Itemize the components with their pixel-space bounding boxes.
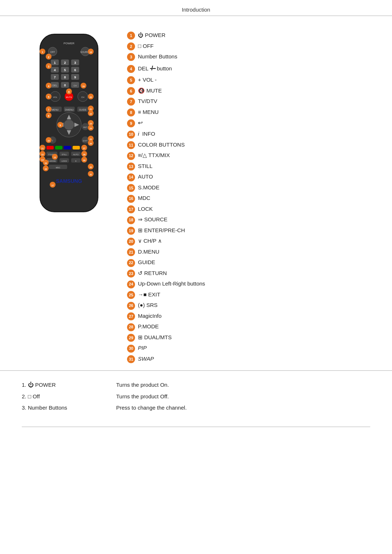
legend-item: 20∨ CH/P ∧ (127, 236, 370, 246)
legend-number: 21 (127, 248, 135, 256)
svg-text:1: 1 (42, 51, 43, 53)
legend-item: 10i INFO (127, 129, 370, 139)
svg-text:AUTO: AUTO (73, 153, 79, 156)
legend-text: GUIDE (138, 258, 155, 267)
legend-text: □ OFF (138, 41, 154, 51)
svg-text:17: 17 (52, 184, 54, 186)
svg-text:MUTE: MUTE (66, 96, 72, 98)
legend-item: 18⇒ SOURCE (127, 215, 370, 224)
svg-text:2: 2 (48, 56, 49, 58)
legend-number: 24 (127, 280, 135, 288)
legend-number: 28 (127, 323, 135, 331)
legend-number: 15 (127, 184, 135, 192)
legend-number: 29 (127, 334, 135, 342)
legend-text: + VOL - (138, 75, 157, 85)
desc-left: 3. Number Buttons (22, 405, 116, 411)
svg-text:OFF: OFF (50, 51, 55, 53)
legend-item: 21D.MENU (127, 247, 370, 257)
legend-number: 18 (127, 216, 135, 224)
svg-text:10: 10 (48, 140, 50, 142)
legend-text: D.MENU (138, 247, 159, 257)
svg-text:7: 7 (48, 108, 49, 111)
svg-text:30: 30 (90, 166, 92, 168)
svg-text:II: II (75, 160, 77, 162)
legend-item: 25→■ EXIT (127, 290, 370, 299)
legend-item: 23↺ RETURN (127, 268, 370, 278)
legend-text: ⏻ POWER (138, 30, 166, 40)
legend-item: 7TV/DTV (127, 97, 370, 106)
svg-text:18: 18 (90, 51, 92, 53)
legend-number: 1 (127, 32, 135, 40)
svg-text:31: 31 (90, 173, 92, 176)
legend-text: DEL -/-- button (138, 63, 172, 74)
svg-text:24: 24 (90, 127, 92, 130)
legend-text: ∨ CH/P ∧ (138, 236, 162, 246)
svg-point-43 (64, 120, 74, 130)
svg-text:5: 5 (48, 96, 49, 98)
legend-number: 4 (127, 65, 135, 73)
legend-number: 3 (127, 53, 135, 61)
svg-text:i: i (52, 139, 53, 142)
legend-text: ⇒ SOURCE (138, 215, 167, 224)
legend-item: 22GUIDE (127, 258, 370, 267)
legend-text: Number Buttons (138, 52, 177, 61)
desc-left: 2. □ Off (22, 393, 116, 399)
remote-illustration: POWER OFF SOURCE 1 2 3 4 5 6 7 8 9 (22, 27, 116, 363)
legend-number: 2 (127, 42, 135, 50)
legend-item: 14AUTO (127, 172, 370, 181)
svg-rect-57 (73, 146, 80, 149)
legend-item: 16MDC (127, 193, 370, 203)
description-item: 2. □ OffTurns the product Off. (22, 393, 370, 399)
legend-number: 27 (127, 312, 135, 320)
legend-number: 5 (127, 76, 135, 84)
legend-number: 31 (127, 355, 135, 363)
legend-text: ↺ RETURN (138, 268, 167, 278)
legend-text: SWAP (138, 354, 154, 364)
legend-list: 1⏻ POWER2□ OFF3Number Buttons4DEL -/-- b… (127, 27, 370, 363)
svg-text:11: 11 (41, 147, 44, 149)
svg-text:LOCK: LOCK (62, 160, 67, 162)
legend-number: 25 (127, 291, 135, 299)
svg-text:CH: CH (81, 96, 85, 98)
legend-text: P.MODE (138, 322, 159, 331)
legend-text: i INFO (138, 129, 155, 139)
svg-text:23: 23 (90, 123, 92, 125)
svg-text:2: 2 (64, 61, 66, 65)
header-title: Introduction (182, 7, 210, 13)
svg-text:19: 19 (82, 85, 85, 87)
svg-text:3: 3 (74, 61, 76, 65)
svg-text:0: 0 (64, 83, 66, 87)
svg-text:MDC: MDC (56, 167, 61, 169)
legend-text: Up-Down Left-Right buttons (138, 279, 205, 288)
legend-text: (●) SRS (138, 300, 158, 310)
svg-rect-55 (55, 146, 62, 149)
legend-number: 26 (127, 302, 135, 310)
svg-text:21: 21 (90, 108, 92, 110)
legend-item: 17LOCK (127, 204, 370, 214)
legend-number: 8 (127, 108, 135, 116)
svg-text:4: 4 (54, 68, 56, 72)
svg-text:16: 16 (45, 168, 47, 170)
svg-text:6: 6 (68, 91, 70, 93)
svg-text:CH: CH (74, 85, 77, 87)
legend-item: 6🔇 MUTE (127, 86, 370, 95)
svg-text:8: 8 (64, 75, 66, 79)
svg-text:DEL: DEL (52, 84, 57, 87)
svg-text:GUIDE: GUIDE (79, 108, 87, 111)
description-section: 1. ⏻ POWERTurns the product On.2. □ OffT… (0, 370, 392, 427)
legend-number: 22 (127, 259, 135, 267)
legend-number: 11 (127, 141, 135, 149)
svg-text:13: 13 (54, 156, 56, 159)
legend-item: 28P.MODE (127, 322, 370, 331)
svg-text:22: 22 (90, 113, 92, 115)
legend-number: 30 (127, 345, 135, 353)
svg-text:7: 7 (54, 75, 56, 79)
svg-text:28: 28 (83, 153, 86, 156)
legend-number: 13 (127, 163, 135, 171)
svg-text:29: 29 (83, 159, 86, 161)
desc-right: Press to change the channel. (116, 405, 370, 411)
legend-item: 2□ OFF (127, 41, 370, 51)
legend-item: 11COLOR BUTTONS (127, 140, 370, 149)
legend-number: 19 (127, 227, 135, 235)
svg-text:S.MODE: S.MODE (48, 160, 56, 162)
